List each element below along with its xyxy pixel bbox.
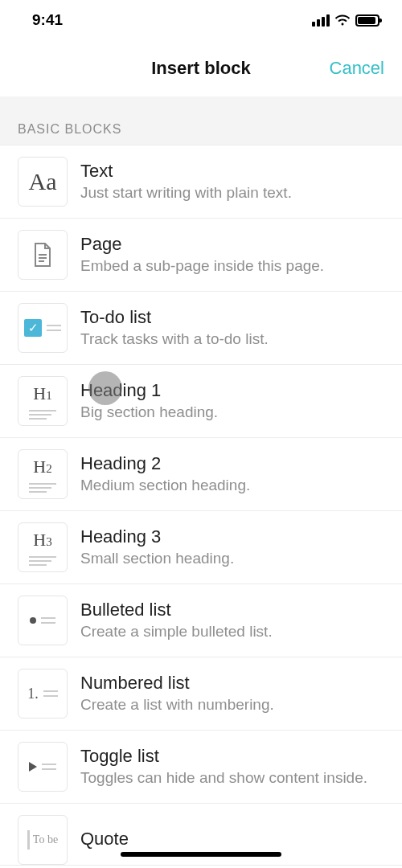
block-desc: Embed a sub-page inside this page. bbox=[80, 256, 384, 276]
block-title: To-do list bbox=[80, 307, 384, 328]
block-title: Toggle list bbox=[80, 746, 384, 767]
wifi-icon bbox=[334, 14, 351, 26]
page-icon bbox=[18, 230, 68, 280]
section-header-basic: BASIC BLOCKS bbox=[0, 96, 402, 145]
block-title: Bulleted list bbox=[80, 600, 384, 620]
block-title: Quote bbox=[80, 829, 384, 850]
block-desc: Create a list with numbering. bbox=[80, 695, 384, 715]
cancel-button[interactable]: Cancel bbox=[330, 58, 384, 79]
block-title: Text bbox=[80, 161, 384, 182]
status-time: 9:41 bbox=[32, 11, 63, 29]
status-bar: 9:41 bbox=[0, 0, 402, 40]
block-desc: Big section heading. bbox=[80, 403, 384, 423]
h3-icon: H3 bbox=[18, 522, 68, 572]
block-text[interactable]: Aa Text Just start writing with plain te… bbox=[0, 145, 402, 219]
block-desc: Track tasks with a to-do list. bbox=[80, 330, 384, 350]
modal-title: Insert block bbox=[151, 58, 250, 79]
block-toggle[interactable]: Toggle list Toggles can hide and show co… bbox=[0, 731, 402, 804]
numbered-icon: 1. bbox=[18, 669, 68, 719]
quote-icon: To be bbox=[18, 815, 68, 865]
block-title: Numbered list bbox=[80, 673, 384, 694]
status-indicators bbox=[312, 14, 379, 27]
block-h2[interactable]: H2 Heading 2 Medium section heading. bbox=[0, 438, 402, 511]
block-title: Page bbox=[80, 234, 384, 255]
block-desc: Create a simple bulleted list. bbox=[80, 622, 384, 642]
block-numbered[interactable]: 1. Numbered list Create a list with numb… bbox=[0, 657, 402, 731]
block-list[interactable]: Aa Text Just start writing with plain te… bbox=[0, 145, 402, 866]
battery-icon bbox=[355, 14, 379, 27]
todo-icon: ✓ bbox=[18, 303, 68, 353]
text-icon: Aa bbox=[18, 157, 68, 207]
h1-icon: H1 bbox=[18, 376, 68, 426]
block-title: Heading 3 bbox=[80, 526, 384, 547]
h2-icon: H2 bbox=[18, 449, 68, 499]
toggle-icon bbox=[18, 742, 68, 792]
block-title: Heading 1 bbox=[80, 380, 384, 401]
block-todo[interactable]: ✓ To-do list Track tasks with a to-do li… bbox=[0, 292, 402, 365]
block-bulleted[interactable]: Bulleted list Create a simple bulleted l… bbox=[0, 584, 402, 657]
modal-header: Insert block Cancel bbox=[0, 40, 402, 96]
block-desc: Medium section heading. bbox=[80, 476, 384, 496]
block-h3[interactable]: H3 Heading 3 Small section heading. bbox=[0, 511, 402, 584]
block-desc: Just start writing with plain text. bbox=[80, 183, 384, 203]
block-page[interactable]: Page Embed a sub-page inside this page. bbox=[0, 219, 402, 292]
cellular-icon bbox=[312, 14, 330, 27]
block-desc: Toggles can hide and show content inside… bbox=[80, 768, 384, 788]
home-indicator bbox=[121, 852, 281, 857]
block-title: Heading 2 bbox=[80, 453, 384, 474]
block-desc: Small section heading. bbox=[80, 549, 384, 569]
block-h1[interactable]: H1 Heading 1 Big section heading. bbox=[0, 365, 402, 438]
bulleted-icon bbox=[18, 596, 68, 645]
